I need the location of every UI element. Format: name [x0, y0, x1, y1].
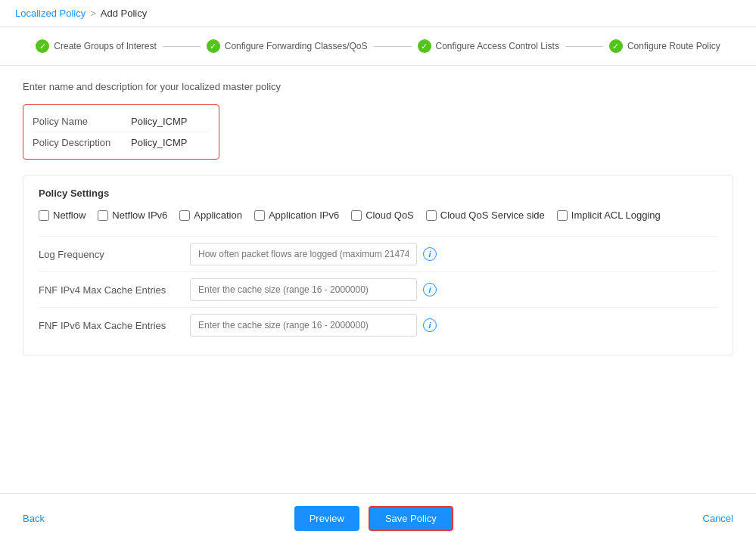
wizard-step-2: ✓ Configure Forwarding Classes/QoS [207, 39, 368, 53]
log-frequency-row: Log Frequency i [39, 236, 717, 272]
fnf-ipv4-input-wrap: i [190, 278, 717, 301]
fnf-ipv6-input[interactable] [190, 314, 417, 337]
wizard-step-1: ✓ Create Groups of Interest [36, 39, 156, 53]
settings-section: Policy Settings Netflow Netflow IPv6 App… [23, 175, 733, 355]
step-1-label: Create Groups of Interest [54, 41, 156, 51]
fnf-ipv4-info-icon[interactable]: i [423, 283, 437, 296]
step-2-complete-icon: ✓ [207, 39, 220, 53]
policy-description-value: Policy_ICMP [131, 137, 187, 148]
policy-name-label: Policy Name [33, 116, 131, 127]
breadcrumb-parent[interactable]: Localized Policy [15, 8, 86, 19]
log-frequency-info-icon[interactable]: i [423, 247, 437, 261]
checkbox-implicit-acl[interactable]: Implicit ACL Logging [557, 209, 661, 221]
footer-center: Preview Save Policy [294, 506, 453, 531]
fnf-ipv4-row: FNF IPv4 Max Cache Entries i [39, 272, 717, 307]
step-connector-3 [565, 46, 603, 47]
policy-description-row: Policy Description Policy_ICMP [33, 132, 210, 153]
netflow-checkbox[interactable] [39, 210, 49, 221]
main-content: Enter name and description for your loca… [0, 66, 756, 493]
wizard-step-3: ✓ Configure Access Control Lists [418, 39, 559, 53]
step-connector-1 [163, 46, 201, 47]
preview-button[interactable]: Preview [294, 506, 359, 531]
application-ipv6-label: Application IPv6 [269, 209, 339, 221]
application-ipv6-checkbox[interactable] [254, 210, 265, 221]
footer: Back Preview Save Policy Cancel [0, 493, 756, 543]
checkbox-cloud-qos[interactable]: Cloud QoS [351, 209, 414, 221]
footer-left: Back [23, 513, 45, 524]
checkbox-application[interactable]: Application [179, 209, 242, 221]
cloud-qos-service-checkbox[interactable] [426, 210, 437, 221]
cancel-button[interactable]: Cancel [703, 513, 733, 524]
log-frequency-input[interactable] [190, 243, 417, 265]
section-description: Enter name and description for your loca… [23, 81, 733, 92]
fnf-ipv6-input-wrap: i [190, 314, 717, 337]
save-policy-button[interactable]: Save Policy [369, 506, 453, 531]
page-wrapper: Localized Policy > Add Policy ✓ Create G… [0, 0, 756, 543]
log-frequency-input-wrap: i [190, 243, 717, 265]
cloud-qos-service-label: Cloud QoS Service side [440, 209, 545, 221]
checkboxes-row: Netflow Netflow IPv6 Application Applica… [39, 209, 717, 221]
policy-description-label: Policy Description [33, 137, 131, 148]
application-label: Application [194, 209, 242, 221]
implicit-acl-checkbox[interactable] [557, 210, 568, 221]
implicit-acl-label: Implicit ACL Logging [571, 209, 661, 221]
step-1-complete-icon: ✓ [36, 39, 49, 53]
log-frequency-label: Log Frequency [39, 249, 190, 260]
checkbox-application-ipv6[interactable]: Application IPv6 [254, 209, 339, 221]
netflow-label: Netflow [53, 209, 86, 221]
cloud-qos-label: Cloud QoS [366, 209, 414, 221]
policy-name-row: Policy Name Policy_ICMP [33, 111, 210, 132]
fnf-ipv6-info-icon[interactable]: i [423, 318, 437, 332]
back-button[interactable]: Back [23, 513, 45, 524]
breadcrumb-current: Add Policy [101, 8, 147, 19]
step-3-label: Configure Access Control Lists [436, 41, 559, 51]
netflow-ipv6-checkbox[interactable] [98, 210, 108, 221]
wizard-steps: ✓ Create Groups of Interest ✓ Configure … [0, 27, 756, 66]
policy-info-box: Policy Name Policy_ICMP Policy Descripti… [23, 104, 219, 160]
step-2-label: Configure Forwarding Classes/QoS [225, 41, 368, 51]
checkbox-cloud-qos-service[interactable]: Cloud QoS Service side [426, 209, 545, 221]
step-4-label: Configure Route Policy [627, 41, 720, 51]
netflow-ipv6-label: Netflow IPv6 [112, 209, 167, 221]
breadcrumb-separator: > [90, 8, 96, 19]
checkbox-netflow[interactable]: Netflow [39, 209, 86, 221]
wizard-step-4: ✓ Configure Route Policy [609, 39, 720, 53]
settings-title: Policy Settings [39, 188, 717, 199]
fnf-ipv6-row: FNF IPv6 Max Cache Entries i [39, 307, 717, 343]
fnf-ipv4-label: FNF IPv4 Max Cache Entries [39, 284, 190, 296]
cloud-qos-checkbox[interactable] [351, 210, 362, 221]
fnf-ipv4-input[interactable] [190, 278, 417, 301]
step-connector-2 [374, 46, 412, 47]
fnf-ipv6-label: FNF IPv6 Max Cache Entries [39, 320, 190, 331]
checkbox-netflow-ipv6[interactable]: Netflow IPv6 [98, 209, 167, 221]
policy-name-value: Policy_ICMP [131, 116, 187, 127]
step-4-complete-icon: ✓ [609, 39, 623, 53]
application-checkbox[interactable] [179, 210, 190, 221]
step-3-complete-icon: ✓ [418, 39, 431, 53]
footer-right: Cancel [703, 513, 733, 524]
breadcrumb: Localized Policy > Add Policy [0, 0, 756, 27]
